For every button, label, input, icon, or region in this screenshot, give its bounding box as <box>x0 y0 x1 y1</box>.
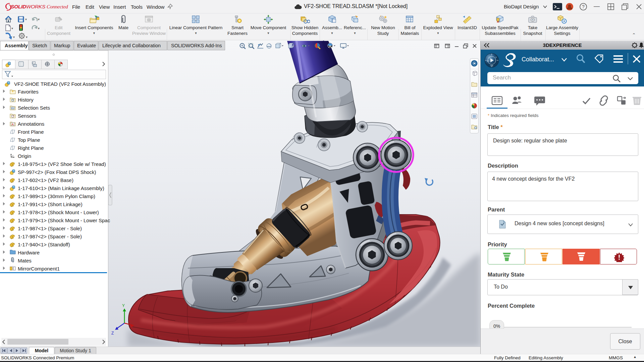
svg-text:▾: ▾ <box>26 35 28 39</box>
svg-text:Lifecycle and Collaboration: Lifecycle and Collaboration <box>102 43 161 48</box>
svg-text:VF2-SHOE TREAD (VF2 Foot Assem: VF2-SHOE TREAD (VF2 Foot Assembly) <box>14 81 106 87</box>
svg-text:SP-997<2> (Fox Float DPS Shock: SP-997<2> (Fox Float DPS Shock) <box>18 169 96 175</box>
svg-text:▾: ▾ <box>11 26 13 30</box>
svg-text:Markup: Markup <box>54 43 70 48</box>
svg-text:Top Plane: Top Plane <box>18 137 40 143</box>
svg-text:▾: ▾ <box>25 17 27 21</box>
svg-text:Sketch: Sketch <box>32 43 47 48</box>
svg-text:Favorites: Favorites <box>18 89 39 95</box>
svg-text:Y: Y <box>122 303 125 308</box>
svg-text:3D: 3D <box>487 60 489 62</box>
svg-text:Annotations: Annotations <box>18 121 44 127</box>
svg-text:1-17-989<1> (30mm Pylon Clamp): 1-17-989<1> (30mm Pylon Clamp) <box>18 193 95 199</box>
svg-text:Z: Z <box>111 331 114 336</box>
svg-text:History: History <box>18 97 34 103</box>
svg-text:1-17-987<1> (Spacer - Sole): 1-17-987<1> (Spacer - Sole) <box>18 226 82 231</box>
svg-text:1-17-610<1> (Main Linkage Asse: 1-17-610<1> (Main Linkage Assembly) <box>18 185 104 191</box>
svg-text:1-17-987<2> (Spacer - Sole): 1-17-987<2> (Spacer - Sole) <box>18 234 82 239</box>
svg-text:▾: ▾ <box>13 35 15 39</box>
svg-text:Evaluate: Evaluate <box>77 43 96 48</box>
svg-text:1-18-975<1> (VF2 Shoe Sole w/: 1-18-975<1> (VF2 Shoe Sole w/ Tread) <box>18 161 106 167</box>
svg-text:Selection Sets: Selection Sets <box>18 105 50 111</box>
svg-text:1-17-940<1> (Standoff): 1-17-940<1> (Standoff) <box>18 242 70 247</box>
svg-text:SOLIDWORKS Add-Ins: SOLIDWORKS Add-Ins <box>171 43 222 48</box>
svg-text:Hardware: Hardware <box>18 250 40 255</box>
svg-text:Right Plane: Right Plane <box>18 145 44 151</box>
svg-text:1-17-991<1> (Short Linkage): 1-17-991<1> (Short Linkage) <box>18 201 83 207</box>
svg-text:1-17-602<1> (VF2 Base): 1-17-602<1> (VF2 Base) <box>18 177 73 183</box>
svg-text:1-17-978<1> (Shock Mount - Low: 1-17-978<1> (Shock Mount - Lower) <box>18 209 99 215</box>
svg-text:V: V <box>495 56 497 58</box>
svg-text:▾: ▾ <box>38 17 40 21</box>
svg-text:?: ? <box>582 4 585 9</box>
svg-text:▾: ▾ <box>38 26 40 30</box>
svg-text:A: A <box>12 123 14 126</box>
svg-text:Mates: Mates <box>18 258 32 263</box>
svg-text:MirrorComponent1: MirrorComponent1 <box>18 266 60 272</box>
svg-text:1-17-979<1> (Shock Mount - Low: 1-17-979<1> (Shock Mount - Lower Spac <box>18 218 110 223</box>
svg-text:Assembly: Assembly <box>5 43 28 48</box>
svg-text:Front Plane: Front Plane <box>18 129 44 135</box>
svg-text:Sensors: Sensors <box>18 113 36 119</box>
svg-text:Origin: Origin <box>18 153 31 159</box>
